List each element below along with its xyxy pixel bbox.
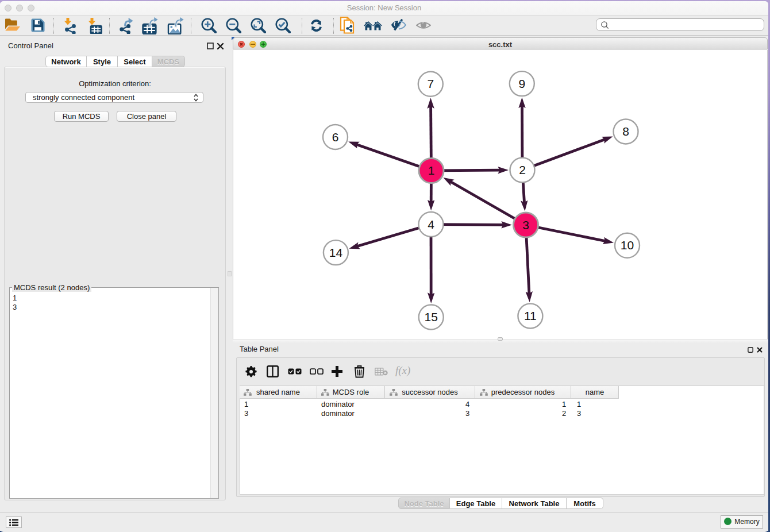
svg-text:14: 14 [329,246,343,259]
svg-text:3: 3 [522,218,529,232]
svg-text:1: 1 [428,164,435,177]
svg-text:11: 11 [524,309,537,322]
svg-text:6: 6 [332,130,339,144]
svg-text:10: 10 [621,238,634,252]
svg-text:4: 4 [428,218,434,231]
svg-text:9: 9 [518,77,525,90]
svg-text:2: 2 [519,163,526,176]
svg-text:8: 8 [622,125,629,138]
svg-text:15: 15 [425,310,438,323]
svg-text:7: 7 [427,77,434,90]
